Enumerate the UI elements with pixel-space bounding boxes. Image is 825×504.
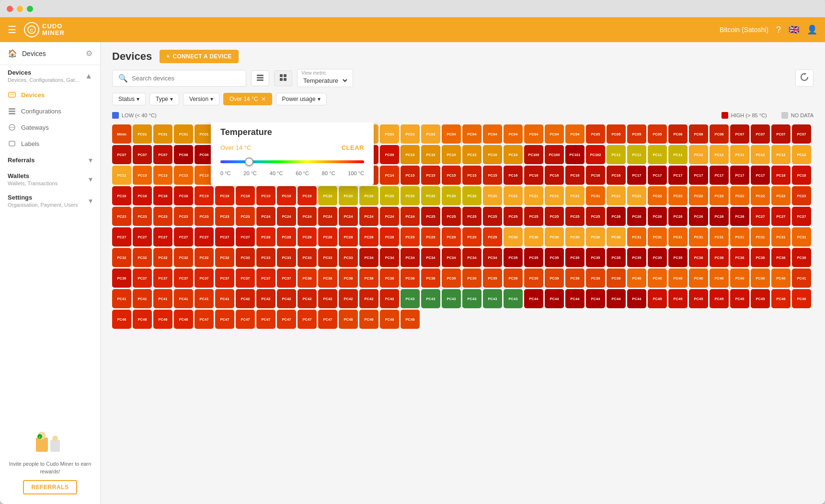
device-tile[interactable]: PC47 <box>298 310 317 329</box>
device-tile[interactable]: PC22 <box>648 186 667 205</box>
device-tile[interactable]: PC33 <box>236 248 255 267</box>
device-tile[interactable]: PC19 <box>256 186 275 205</box>
device-tile[interactable]: PC42 <box>380 289 399 308</box>
device-tile[interactable]: PC40 <box>648 269 667 288</box>
device-tile[interactable]: PC41 <box>215 289 234 308</box>
device-tile[interactable]: PC27 <box>153 227 172 246</box>
device-tile[interactable]: PC46 <box>112 310 131 329</box>
device-tile[interactable]: PC30 <box>586 227 605 246</box>
device-tile[interactable]: PC30 <box>524 227 543 246</box>
device-tile[interactable]: PC29 <box>483 227 502 246</box>
device-tile[interactable]: PC100 <box>545 145 564 164</box>
device-tile[interactable]: PC16 <box>504 166 523 185</box>
device-tile[interactable]: PC38 <box>359 269 378 288</box>
device-tile[interactable]: PC35 <box>627 248 646 267</box>
device-tile[interactable]: PC44 <box>524 289 543 308</box>
device-tile[interactable]: PC04 <box>504 124 523 144</box>
device-tile[interactable]: PC23 <box>215 207 234 226</box>
device-tile[interactable]: PC46 <box>792 289 811 308</box>
device-tile[interactable]: PC03 <box>401 124 420 144</box>
device-tile[interactable]: PC12 <box>751 145 770 164</box>
device-tile[interactable]: PC34 <box>401 248 420 267</box>
device-tile[interactable]: PC15 <box>442 166 461 185</box>
device-tile[interactable]: PC17 <box>627 166 646 185</box>
device-tile[interactable]: PC13 <box>174 166 193 185</box>
device-tile[interactable]: PC41 <box>112 289 131 308</box>
sidebar-section-wallets[interactable]: Wallets Wallets, Transactions ▾ <box>0 168 100 190</box>
device-tile[interactable]: PC26 <box>627 207 646 226</box>
device-tile[interactable]: PC46 <box>174 310 193 329</box>
device-tile[interactable]: PC37 <box>174 269 193 288</box>
device-tile[interactable]: PC36 <box>730 248 749 267</box>
device-tile[interactable]: PC31 <box>792 227 811 246</box>
device-tile[interactable]: PC28 <box>359 227 378 246</box>
device-tile[interactable]: PC12 <box>710 145 729 164</box>
device-tile[interactable]: PC46 <box>133 310 152 329</box>
device-tile[interactable]: PC27 <box>751 207 770 226</box>
device-tile[interactable]: PC31 <box>668 227 688 246</box>
device-tile[interactable]: PC25 <box>586 207 605 226</box>
wallets-collapse-icon[interactable]: ▾ <box>89 175 92 184</box>
device-tile[interactable]: PC39 <box>504 269 523 288</box>
device-tile[interactable]: PC26 <box>607 207 626 226</box>
device-tile[interactable]: PC27 <box>174 227 193 246</box>
device-tile[interactable]: PC32 <box>133 248 152 267</box>
device-tile[interactable]: PC32 <box>153 248 172 267</box>
device-tile[interactable]: PC38 <box>421 269 440 288</box>
device-tile[interactable]: PC17 <box>751 166 770 185</box>
device-tile[interactable]: PC33 <box>256 248 275 267</box>
hamburger-icon[interactable]: ☰ <box>8 24 16 35</box>
device-tile[interactable]: PC36 <box>112 269 131 288</box>
device-tile[interactable]: PC27 <box>792 207 811 226</box>
device-tile[interactable]: PC42 <box>236 289 255 308</box>
device-tile[interactable]: PC45 <box>648 289 667 308</box>
sidebar-section-settings[interactable]: Settings Organisation, Payment, Users ▾ <box>0 190 100 212</box>
device-tile[interactable]: PC42 <box>298 289 317 308</box>
device-tile[interactable]: PC26 <box>668 207 688 226</box>
device-tile[interactable]: PC37 <box>236 269 255 288</box>
device-tile[interactable]: PC27 <box>771 207 791 226</box>
account-icon[interactable]: 👤 <box>807 24 817 35</box>
device-tile[interactable]: PC30 <box>545 227 564 246</box>
device-tile[interactable]: PC47 <box>215 310 234 329</box>
device-tile[interactable]: PC25 <box>421 207 440 226</box>
device-tile[interactable]: PC16 <box>565 166 584 185</box>
device-tile[interactable]: PC15 <box>401 166 420 185</box>
device-tile[interactable]: PC26 <box>689 207 708 226</box>
device-tile[interactable]: PC38 <box>298 269 317 288</box>
device-tile[interactable]: PC07 <box>771 124 791 144</box>
device-tile[interactable]: PC34 <box>483 248 502 267</box>
device-tile[interactable]: PC14 <box>380 166 399 185</box>
device-tile[interactable]: PC10 <box>462 145 481 164</box>
device-tile[interactable]: PC25 <box>483 207 502 226</box>
device-tile[interactable]: PC03 <box>380 124 399 144</box>
device-tile[interactable]: PC46 <box>771 289 791 308</box>
device-tile[interactable]: PC102 <box>586 145 605 164</box>
device-tile[interactable]: PC31 <box>751 227 770 246</box>
device-tile[interactable]: PC40 <box>689 269 708 288</box>
device-tile[interactable]: PC35 <box>545 248 564 267</box>
device-tile[interactable]: PC37 <box>153 269 172 288</box>
device-tile[interactable]: PC35 <box>607 248 626 267</box>
device-tile[interactable]: PC45 <box>730 289 749 308</box>
device-tile[interactable]: PC31 <box>648 227 667 246</box>
device-tile[interactable]: PC45 <box>689 289 708 308</box>
device-tile[interactable]: PC15 <box>483 166 502 185</box>
device-tile[interactable]: PC01 <box>133 124 152 144</box>
device-tile[interactable]: PC29 <box>442 227 461 246</box>
device-tile[interactable]: PC47 <box>318 310 337 329</box>
device-tile[interactable]: PC39 <box>442 269 461 288</box>
device-tile[interactable]: PC17 <box>730 166 749 185</box>
device-tile[interactable]: PC25 <box>565 207 584 226</box>
device-tile[interactable]: PC34 <box>442 248 461 267</box>
device-tile[interactable]: PC42 <box>256 289 275 308</box>
device-tile[interactable]: PC24 <box>380 207 399 226</box>
device-tile[interactable]: PC17 <box>648 166 667 185</box>
device-tile[interactable]: PC33 <box>277 248 296 267</box>
device-tile[interactable]: PC20 <box>318 186 337 205</box>
device-tile[interactable]: PC24 <box>277 207 296 226</box>
device-tile[interactable]: PC41 <box>174 289 193 308</box>
device-tile[interactable]: PC35 <box>648 248 667 267</box>
device-tile[interactable]: PC26 <box>648 207 667 226</box>
temperature-slider[interactable] <box>220 157 364 167</box>
